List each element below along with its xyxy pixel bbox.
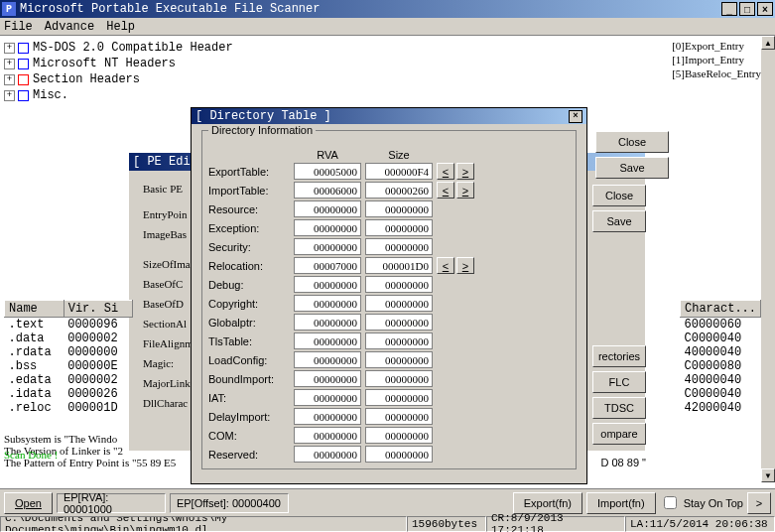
rva-input[interactable]: [294, 257, 361, 274]
size-input[interactable]: [365, 446, 433, 463]
stay-on-top-checkbox[interactable]: [664, 496, 677, 509]
size-input[interactable]: [365, 427, 433, 444]
bottom-toolbar: Open EP[RVA]: 00001000 EP[Offset]: 00000…: [0, 488, 775, 516]
plus-icon[interactable]: +: [4, 59, 15, 69]
size-input[interactable]: [365, 163, 433, 180]
rva-input[interactable]: [294, 446, 361, 463]
rva-input[interactable]: [294, 295, 361, 312]
rva-input[interactable]: [294, 163, 361, 180]
rva-input[interactable]: [294, 389, 361, 406]
col-name[interactable]: Name: [5, 301, 65, 318]
scroll-down-icon[interactable]: ▼: [761, 468, 775, 482]
menu-help[interactable]: Help: [106, 20, 135, 34]
table-row[interactable]: .text0000096: [5, 318, 133, 332]
tree-node[interactable]: +MS-DOS 2.0 Compatible Header: [4, 40, 233, 56]
directories-button[interactable]: rectories: [592, 345, 646, 367]
rva-input[interactable]: [294, 351, 361, 368]
pe-save-button[interactable]: Save: [592, 210, 646, 232]
size-input[interactable]: [365, 238, 433, 255]
size-input[interactable]: [365, 276, 433, 293]
size-input[interactable]: [365, 295, 433, 312]
size-input[interactable]: [365, 219, 433, 236]
tree-node[interactable]: +Section Headers: [4, 71, 233, 87]
plus-icon[interactable]: +: [4, 90, 15, 101]
rva-input[interactable]: [294, 314, 361, 331]
pe-close-button[interactable]: Close: [592, 185, 646, 206]
table-row[interactable]: .data0000002: [5, 332, 133, 345]
tree-label: Microsoft NT Headers: [33, 57, 176, 70]
size-input[interactable]: [365, 182, 433, 199]
rva-input[interactable]: [294, 200, 361, 217]
prev-button[interactable]: <: [437, 182, 454, 199]
save-button[interactable]: Save: [595, 157, 669, 179]
next-button[interactable]: >: [456, 182, 474, 199]
rva-input[interactable]: [294, 238, 361, 255]
export-fn-button[interactable]: Export(fn): [513, 492, 582, 514]
list-item[interactable]: [1]Import_Entry: [672, 54, 761, 67]
scroll-up-icon[interactable]: ▲: [761, 36, 775, 50]
rva-input[interactable]: [294, 219, 361, 236]
table-row[interactable]: 60000060: [681, 318, 761, 332]
tdsc-button[interactable]: TDSC: [592, 397, 646, 419]
app-titlebar: P Microsoft Portable Executable File Sca…: [0, 0, 775, 18]
minimize-button[interactable]: _: [721, 2, 737, 16]
close-button[interactable]: Close: [595, 131, 669, 153]
table-row[interactable]: .edata0000002: [5, 373, 133, 387]
size-input[interactable]: [365, 389, 433, 406]
rva-input[interactable]: [294, 427, 361, 444]
rva-input[interactable]: [294, 408, 361, 425]
table-row[interactable]: .rdata0000000: [5, 345, 133, 359]
vertical-scrollbar[interactable]: ▲ ▼: [761, 36, 775, 482]
list-item[interactable]: [0]Export_Entry: [672, 40, 761, 54]
dir-label: BoundImport:: [208, 373, 290, 385]
size-input[interactable]: [365, 314, 433, 331]
prev-button[interactable]: <: [437, 163, 454, 180]
flc-button[interactable]: FLC: [592, 371, 646, 393]
rva-input[interactable]: [294, 370, 361, 387]
col-charact[interactable]: Charact...: [681, 301, 761, 318]
sections-table: NameVir. Si .text0000096.data0000002.rda…: [4, 300, 133, 415]
size-input[interactable]: [365, 257, 433, 274]
table-row[interactable]: 42000040: [681, 401, 761, 415]
table-row[interactable]: C0000080: [681, 359, 761, 373]
table-row[interactable]: 40000040: [681, 345, 761, 359]
next-button[interactable]: >: [456, 257, 474, 274]
rva-input[interactable]: [294, 182, 361, 199]
plus-icon[interactable]: +: [4, 74, 15, 85]
size-input[interactable]: [365, 408, 433, 425]
rva-input[interactable]: [294, 332, 361, 349]
prev-button[interactable]: <: [437, 257, 454, 274]
menu-file[interactable]: File: [4, 20, 33, 34]
next-button[interactable]: >: [747, 492, 771, 514]
rva-input[interactable]: [294, 276, 361, 293]
ep-rva-field: EP[RVA]: 00001000: [57, 493, 166, 513]
table-row[interactable]: .idata0000026: [5, 387, 133, 401]
size-input[interactable]: [365, 370, 433, 387]
maximize-button[interactable]: □: [739, 2, 755, 16]
tree-node[interactable]: +Misc.: [4, 87, 233, 103]
table-row[interactable]: 40000040: [681, 373, 761, 387]
plus-icon[interactable]: +: [4, 43, 15, 54]
dialog-close-button[interactable]: ×: [569, 110, 582, 123]
pe-editor-labels: Basic PE EntryPoin ImageBas SizeOfIma Ba…: [143, 183, 194, 417]
close-button[interactable]: ×: [757, 2, 773, 16]
import-fn-button[interactable]: Import(fn): [586, 492, 656, 514]
pe-label: MajorLink: [143, 377, 194, 397]
tree-node[interactable]: +Microsoft NT Headers: [4, 56, 233, 71]
dialog-title: [ Directory Table ]: [195, 109, 331, 123]
size-input[interactable]: [365, 351, 433, 368]
table-row[interactable]: C0000040: [681, 332, 761, 345]
open-button[interactable]: Open: [4, 492, 53, 514]
size-input[interactable]: [365, 332, 433, 349]
compare-button[interactable]: ompare: [592, 423, 646, 445]
menu-advance[interactable]: Advance: [45, 20, 94, 34]
table-row[interactable]: .bss000000E: [5, 359, 133, 373]
col-vsize[interactable]: Vir. Si: [64, 301, 132, 318]
table-row[interactable]: C0000040: [681, 387, 761, 401]
next-button[interactable]: >: [456, 163, 474, 180]
table-row[interactable]: .reloc000001D: [5, 401, 133, 415]
size-input[interactable]: [365, 200, 433, 217]
pe-label: BaseOfD: [143, 298, 194, 318]
size-header: Size: [365, 149, 433, 161]
list-item[interactable]: [5]BaseReloc_Entry: [672, 67, 761, 81]
